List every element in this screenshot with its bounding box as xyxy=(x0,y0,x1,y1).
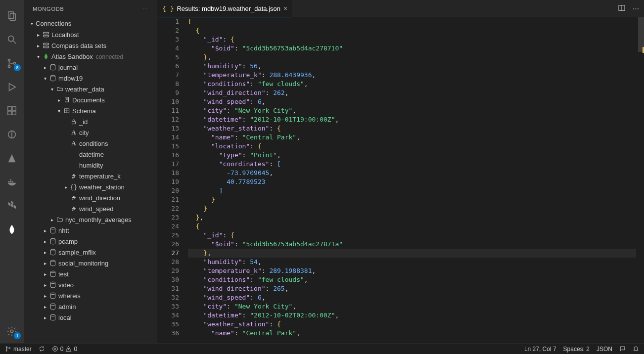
close-icon[interactable]: × xyxy=(283,4,287,12)
svg-rect-18 xyxy=(44,32,49,34)
svg-point-42 xyxy=(6,347,7,348)
db-icon xyxy=(48,303,57,310)
chevron-right-icon: ▸ xyxy=(42,282,48,288)
explorer-icon[interactable] xyxy=(0,4,24,28)
db-icon xyxy=(48,227,57,234)
status-language[interactable]: JSON xyxy=(597,346,612,353)
tree-item-label: nyc_monthly_averages xyxy=(64,216,132,223)
tree-item[interactable]: humidity xyxy=(24,160,157,171)
tree-item-label: weather_data xyxy=(64,86,104,93)
svg-line-3 xyxy=(13,41,16,44)
tree-item-label: city xyxy=(78,129,89,136)
chevron-right-icon: ▸ xyxy=(42,293,48,299)
svg-rect-1 xyxy=(10,13,15,20)
minimap[interactable] xyxy=(636,17,644,343)
svg-rect-19 xyxy=(44,35,49,37)
tree-item[interactable]: ▸Documents xyxy=(24,94,157,105)
chevron-right-icon: ▸ xyxy=(48,217,55,222)
tree-item[interactable]: _id xyxy=(24,116,157,127)
tree-item[interactable]: ▸nyc_monthly_averages xyxy=(24,214,157,225)
tree-item[interactable]: ▸Localhost xyxy=(24,29,157,40)
status-cursor[interactable]: Ln 27, Col 7 xyxy=(524,346,556,353)
db-icon xyxy=(48,64,57,71)
extensions-icon[interactable] xyxy=(0,99,24,123)
obj-icon: {} xyxy=(69,183,78,191)
tree-item-label: humidity xyxy=(78,162,103,169)
tree-item-label: nhtt xyxy=(57,227,69,234)
status-branch[interactable]: master xyxy=(5,346,32,353)
tree-item[interactable]: ▸nhtt xyxy=(24,225,157,236)
tree-item[interactable]: #wind_direction xyxy=(24,192,157,203)
tree-item[interactable]: ▸social_monitoring xyxy=(24,258,157,268)
tree-item[interactable]: ▾Atlas Sandboxconnected xyxy=(24,51,157,62)
docker-icon[interactable] xyxy=(0,170,24,194)
section-connections[interactable]: ▾ Connections xyxy=(24,17,157,29)
tree-item[interactable]: datetime xyxy=(24,149,157,160)
remote-icon[interactable] xyxy=(0,123,24,146)
chevron-down-icon: ▾ xyxy=(28,21,36,26)
server-icon xyxy=(42,42,50,49)
mongodb-icon[interactable] xyxy=(0,218,24,241)
tree-item[interactable]: ▸{}weather_station xyxy=(24,181,157,192)
svg-point-5 xyxy=(8,65,10,67)
A-icon: A xyxy=(69,129,78,136)
code-content[interactable]: [ { "_id": { "$oid": "5cdd3b56753ab5d4ac… xyxy=(188,17,636,343)
svg-rect-14 xyxy=(10,181,11,182)
tree-item[interactable]: ▾mdbw19 xyxy=(24,73,157,84)
tree-item-label: Compass data sets xyxy=(50,42,106,49)
terraform-icon[interactable] xyxy=(0,194,24,218)
tree-item[interactable]: ▸pcamp xyxy=(24,236,157,247)
status-spaces[interactable]: Spaces: 2 xyxy=(563,346,590,353)
status-sync-icon[interactable] xyxy=(39,346,45,352)
tree-item[interactable]: ▸admin xyxy=(24,301,157,312)
chevron-right-icon: ▸ xyxy=(42,304,48,310)
server-icon xyxy=(42,31,50,38)
tree-item[interactable]: Aconditions xyxy=(24,138,157,149)
settings-icon[interactable]: 1 xyxy=(0,319,24,343)
tree-item[interactable]: ▸test xyxy=(24,268,157,279)
tree-item-label: weather_station xyxy=(78,183,125,191)
tree-item[interactable]: ▸whereis xyxy=(24,290,157,301)
tree-item[interactable]: ▸sample_mflix xyxy=(24,247,157,258)
source-control-icon[interactable]: 8 xyxy=(0,51,24,75)
chevron-down-icon: ▾ xyxy=(35,54,42,59)
status-bell-icon[interactable] xyxy=(633,346,639,352)
svg-rect-8 xyxy=(8,107,11,110)
status-feedback-icon[interactable] xyxy=(619,346,626,352)
svg-point-2 xyxy=(8,36,14,42)
tree-item-label: mdbw19 xyxy=(57,75,83,82)
svg-rect-9 xyxy=(12,107,16,110)
tree-item[interactable]: Acity xyxy=(24,127,157,138)
status-problems[interactable]: 0 0 xyxy=(52,346,77,353)
db-icon xyxy=(48,270,57,277)
tree-item[interactable]: ▸video xyxy=(24,279,157,290)
more-actions-icon[interactable]: ⋯ xyxy=(633,5,639,12)
tree-item[interactable]: ▸Compass data sets xyxy=(24,40,157,51)
chevron-down-icon: ▾ xyxy=(55,108,62,114)
tree-item[interactable]: #temperature_k xyxy=(24,171,157,181)
sidebar-more-icon[interactable]: ⋯ xyxy=(142,5,148,12)
tab-results[interactable]: { } Results: mdbw19.weather_data.json × xyxy=(157,0,292,17)
tree-item[interactable]: ▾weather_data xyxy=(24,84,157,94)
tree-item-label: datetime xyxy=(78,151,104,158)
editor-body[interactable]: 1234567891011121314151617181920212223242… xyxy=(157,17,644,343)
tree-item[interactable]: #wind_speed xyxy=(24,203,157,214)
split-editor-icon[interactable] xyxy=(618,4,626,13)
tree-item-label: whereis xyxy=(57,292,81,300)
tree-item[interactable]: ▸journal xyxy=(24,62,157,73)
svg-rect-15 xyxy=(12,181,13,182)
search-icon[interactable] xyxy=(0,28,24,51)
tree-item[interactable]: ▾Schema xyxy=(24,105,157,116)
azure-icon[interactable] xyxy=(0,146,24,170)
tree-item[interactable]: ▸local xyxy=(24,312,157,323)
tree-item-label: admin xyxy=(57,303,76,310)
db-icon xyxy=(48,249,57,256)
lock-icon xyxy=(69,118,78,125)
svg-rect-20 xyxy=(44,43,49,45)
status-bar: master 0 0 Ln 27, Col 7 Spaces: 2 JSON xyxy=(0,343,644,354)
tree-item-label: wind_speed xyxy=(78,205,113,213)
tree-item-label: test xyxy=(57,270,69,278)
db-icon xyxy=(48,238,57,245)
debug-icon[interactable] xyxy=(0,75,24,99)
chevron-right-icon: ▸ xyxy=(42,261,48,266)
